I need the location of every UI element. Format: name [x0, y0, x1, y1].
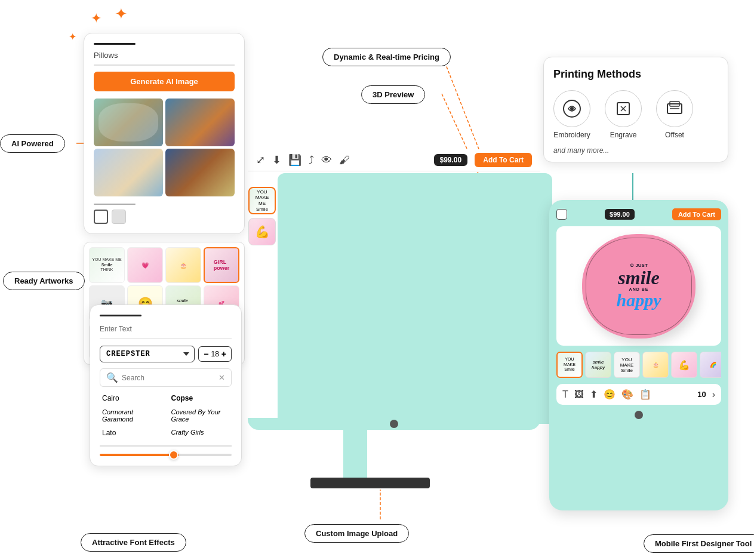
ai-image-2[interactable] — [165, 99, 235, 146]
swatch-white[interactable] — [94, 210, 108, 224]
artwork-thumb[interactable]: 🎂 — [165, 247, 201, 283]
expand-icon[interactable]: ⤢ — [256, 153, 265, 167]
color-slider[interactable] — [100, 454, 232, 456]
mobile-thumb-6[interactable]: 🌈 — [700, 352, 721, 378]
mobile-tool-number: 10 — [697, 390, 706, 399]
mobile-thumb-3[interactable]: YOUMAKESmile — [614, 352, 640, 378]
sparkle-icon: ✦ — [69, 31, 76, 42]
share-icon[interactable]: ⤴ — [309, 154, 314, 167]
artwork-thumb[interactable]: 💗 — [127, 247, 163, 283]
font-item-crafty[interactable]: Crafty Girls — [169, 427, 232, 438]
search-icon: 🔍 — [106, 372, 118, 383]
print-methods-list: Embroidery Engrave Offset — [553, 90, 718, 139]
mobile-happy-text: happy — [617, 291, 661, 309]
separator — [94, 204, 136, 205]
color-swatches — [94, 210, 235, 224]
ai-image-4[interactable] — [165, 149, 235, 196]
mobile-thumb-4[interactable]: 🎂 — [642, 352, 669, 378]
mobile-first-label: Mobile First Designer Tool — [644, 534, 754, 553]
sparkle-icon: ✦ — [115, 5, 128, 23]
ai-image-grid — [94, 99, 235, 196]
mobile-emoji-tool[interactable]: 😊 — [604, 389, 615, 400]
monitor-base — [310, 478, 430, 488]
eye-icon[interactable]: 👁 — [321, 154, 332, 167]
panel-line — [100, 315, 141, 316]
ai-panel: Pillows Generate AI Image — [84, 33, 245, 234]
ai-image-1[interactable] — [94, 99, 163, 146]
save-icon[interactable]: 💾 — [288, 153, 301, 167]
mobile-cart-button[interactable]: Add To Cart — [672, 208, 721, 220]
dynamic-pricing-label: Dynamic & Real-time Pricing — [322, 48, 451, 66]
font-item-cormorant[interactable]: Cormorant Garamond — [100, 407, 163, 424]
artwork-thumb[interactable]: YOU MAKE MESmileTHINK — [89, 247, 125, 283]
add-to-cart-button[interactable]: Add To Cart — [475, 153, 532, 167]
print-method-offset[interactable]: Offset — [656, 90, 693, 139]
slider-thumb[interactable] — [169, 450, 179, 460]
attractive-font-label: Attractive Font Effects — [81, 533, 186, 552]
mobile-thumbs: YOUMAKESmile smilehappy YOUMAKESmile 🎂 💪… — [556, 352, 721, 378]
product-label: Pillows — [94, 51, 235, 60]
mobile-toolbar: T 🖼 ⬆ 😊 🎨 📋 10 › — [556, 384, 721, 405]
font-panel: Enter Text CREEPSTER − 18 + 🔍 ✕ Cairo Co… — [90, 304, 242, 466]
font-search-box: 🔍 ✕ — [100, 368, 232, 387]
download-icon[interactable]: ⬇ — [272, 153, 281, 167]
font-select[interactable]: CREEPSTER — [100, 346, 195, 362]
generate-ai-button[interactable]: Generate AI Image — [94, 72, 235, 91]
monitor-dot — [390, 420, 398, 428]
price-badge: $99.00 — [434, 154, 468, 166]
mobile-pillow: ⊙ JUST smile AND BE happy — [582, 234, 695, 339]
text-divider — [100, 338, 232, 339]
mobile-checkbox[interactable] — [556, 209, 567, 220]
font-search-input[interactable] — [122, 374, 215, 382]
mobile-layer-tool[interactable]: 📋 — [639, 389, 651, 400]
offset-label: Offset — [665, 131, 684, 139]
mobile-thumb-5[interactable]: 💪 — [671, 352, 697, 378]
brush-icon[interactable]: 🖌 — [339, 154, 350, 167]
ai-image-3[interactable] — [94, 149, 163, 196]
ready-artworks-label: Ready Artworks — [3, 272, 85, 290]
print-method-embroidery[interactable]: Embroidery — [553, 90, 590, 139]
monitor-stand — [343, 424, 367, 484]
side-thumb-girl[interactable]: 💪 — [248, 218, 276, 245]
main-canvas — [278, 173, 552, 424]
print-more-text: and many more... — [553, 146, 718, 155]
mobile-smile-text: smile — [617, 268, 661, 287]
offset-icon — [656, 90, 693, 127]
size-decrease-button[interactable]: − — [204, 349, 208, 359]
embroidery-label: Embroidery — [553, 131, 590, 139]
mobile-home-dot — [635, 411, 643, 419]
mobile-header: $99.00 Add To Cart — [556, 208, 721, 220]
mobile-more-tool[interactable]: › — [712, 389, 715, 400]
font-size-value: 18 — [211, 350, 218, 358]
font-item-lato[interactable]: Lato — [100, 427, 163, 438]
mobile-filter-tool[interactable]: 🎨 — [621, 389, 633, 400]
mobile-image-tool[interactable]: 🖼 — [574, 389, 584, 400]
size-increase-button[interactable]: + — [221, 349, 226, 359]
engrave-label: Engrave — [610, 131, 637, 139]
font-item-covered[interactable]: Covered By Your Grace — [169, 407, 232, 424]
engrave-icon — [605, 90, 642, 127]
font-controls: CREEPSTER − 18 + — [100, 346, 232, 362]
print-panel-title: Printing Methods — [553, 68, 718, 81]
mobile-pillow-area: ⊙ JUST smile AND BE happy — [556, 226, 721, 346]
canvas-toolbar: ⤢ ⬇ 💾 ⤴ 👁 🖌 $99.00 Add To Cart — [248, 149, 540, 171]
font-item-cairo[interactable]: Cairo — [100, 393, 163, 404]
mobile-thumb-2[interactable]: smilehappy — [585, 352, 611, 378]
mobile-upload-tool[interactable]: ⬆ — [590, 389, 598, 400]
sparkle-icon: ✦ — [91, 11, 101, 26]
embroidery-icon — [553, 90, 590, 127]
side-thumb-smile[interactable]: YOUMAKEMESmile — [248, 187, 276, 214]
slider-divider — [100, 445, 232, 447]
font-item-copse[interactable]: Copse — [169, 393, 232, 404]
mobile-text-tool[interactable]: T — [562, 389, 568, 400]
artwork-thumb[interactable]: GIRLpower — [204, 247, 239, 283]
print-methods-panel: Printing Methods Embroidery Engrave Offs… — [543, 57, 728, 162]
swatch-gray[interactable] — [112, 210, 126, 224]
monitor-bottom-bar — [248, 418, 540, 430]
print-method-engrave[interactable]: Engrave — [605, 90, 642, 139]
size-control: − 18 + — [198, 346, 232, 362]
mobile-thumb-1[interactable]: YOUMAKESmile — [556, 352, 583, 378]
clear-icon[interactable]: ✕ — [218, 373, 225, 382]
mobile-panel: $99.00 Add To Cart ⊙ JUST smile AND BE h… — [549, 200, 728, 510]
font-list: Cairo Copse Cormorant Garamond Covered B… — [100, 393, 232, 438]
